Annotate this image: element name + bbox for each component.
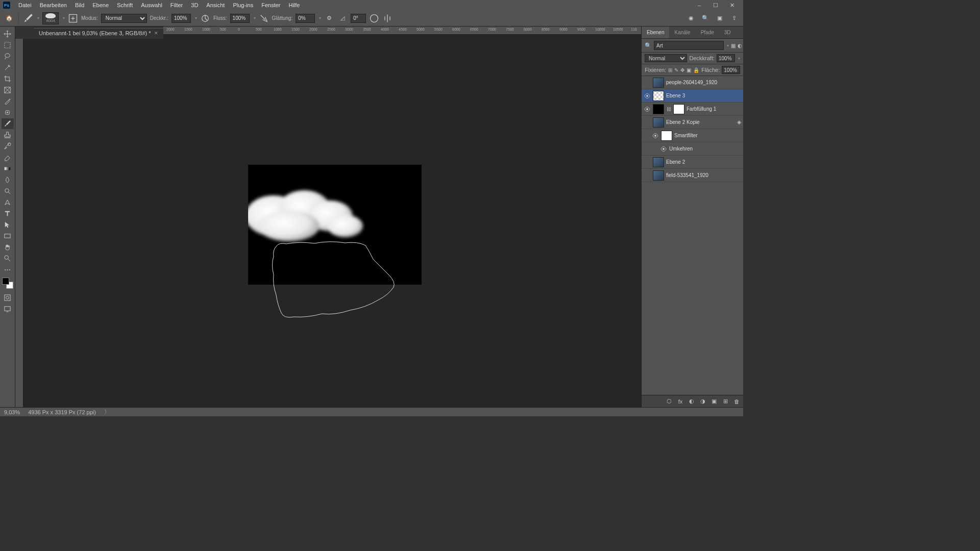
visibility-toggle[interactable] bbox=[644, 159, 651, 166]
zoom-tool[interactable] bbox=[2, 253, 14, 264]
history-brush-tool[interactable] bbox=[2, 141, 14, 152]
eyedropper-tool[interactable] bbox=[2, 96, 14, 107]
home-icon[interactable]: 🏠 bbox=[4, 13, 14, 23]
trash-icon[interactable]: 🗑 bbox=[733, 398, 740, 405]
airbrush-icon[interactable] bbox=[259, 13, 269, 23]
menu-bild[interactable]: Bild bbox=[71, 0, 88, 10]
lock-pixels-icon[interactable]: ⊞ bbox=[668, 66, 672, 74]
blend-mode-select[interactable]: Normal bbox=[101, 14, 147, 23]
layer-name[interactable]: Smartfilter bbox=[674, 133, 698, 138]
layer-thumbnail[interactable] bbox=[653, 91, 664, 101]
layer-name[interactable]: field-533541_1920 bbox=[666, 172, 708, 178]
visibility-toggle[interactable] bbox=[644, 172, 651, 179]
layer-thumbnail[interactable] bbox=[653, 170, 664, 181]
layer-row[interactable]: Ebene 3 bbox=[642, 89, 743, 103]
document-dimensions[interactable]: 4936 Px x 3319 Px (72 ppi) bbox=[28, 409, 96, 415]
visibility-toggle[interactable] bbox=[652, 132, 659, 139]
marquee-tool[interactable] bbox=[2, 40, 14, 51]
layer-row[interactable]: Ebene 2 Kopie◈ bbox=[642, 116, 743, 129]
path-select-tool[interactable] bbox=[2, 219, 14, 230]
chevron-down-icon[interactable]: ▾ bbox=[319, 16, 321, 20]
search-icon[interactable]: 🔍 bbox=[700, 13, 710, 23]
visibility-toggle[interactable] bbox=[660, 145, 667, 153]
layer-mask-thumbnail[interactable] bbox=[673, 104, 684, 114]
menu-hilfe[interactable]: Hilfe bbox=[284, 0, 304, 10]
stamp-tool[interactable] bbox=[2, 130, 14, 140]
status-caret[interactable]: 〉 bbox=[104, 408, 110, 416]
layer-name[interactable]: Ebene 2 bbox=[666, 159, 685, 165]
angle-icon[interactable]: ◿ bbox=[337, 13, 348, 23]
color-swatches[interactable] bbox=[2, 278, 13, 289]
group-icon[interactable]: ▣ bbox=[710, 398, 718, 405]
brush-tool-icon[interactable] bbox=[23, 13, 33, 23]
chevron-down-icon[interactable]: ▾ bbox=[738, 56, 740, 61]
layer-row[interactable]: Umkehren bbox=[642, 142, 743, 156]
document-tab[interactable]: Unbenannt-1 bei 9,03% (Ebene 3, RGB/8#) … bbox=[34, 28, 163, 38]
share-icon[interactable]: ⇪ bbox=[729, 13, 739, 23]
pressure-opacity-icon[interactable] bbox=[200, 13, 210, 23]
mask-icon[interactable]: ◐ bbox=[688, 398, 695, 405]
healing-tool[interactable] bbox=[2, 107, 14, 118]
crop-tool[interactable] bbox=[2, 73, 14, 84]
layer-fill-input[interactable] bbox=[722, 66, 740, 74]
layer-name[interactable]: Farbfüllung 1 bbox=[687, 106, 716, 112]
visibility-toggle[interactable] bbox=[644, 79, 651, 86]
chevron-down-icon[interactable]: ▾ bbox=[63, 16, 65, 20]
layer-name[interactable]: Umkehren bbox=[669, 146, 693, 152]
brush-tool[interactable] bbox=[2, 118, 14, 129]
chevron-down-icon[interactable]: ▾ bbox=[254, 16, 256, 20]
menu-bearbeiten[interactable]: Bearbeiten bbox=[36, 0, 71, 10]
wand-tool[interactable] bbox=[2, 62, 14, 73]
filter-adjust-icon[interactable]: ◐ bbox=[738, 41, 742, 49]
menu-plugins[interactable]: Plug-ins bbox=[229, 0, 257, 10]
tab-ebenen[interactable]: Ebenen bbox=[642, 27, 669, 38]
layer-opacity-input[interactable] bbox=[717, 54, 735, 62]
lasso-tool[interactable] bbox=[2, 51, 14, 62]
lock-move-icon[interactable]: ✥ bbox=[680, 66, 684, 74]
gear-icon[interactable]: ⚙ bbox=[324, 13, 334, 23]
eraser-tool[interactable] bbox=[2, 152, 14, 163]
zoom-level[interactable]: 9,03% bbox=[4, 409, 20, 415]
window-close[interactable]: ✕ bbox=[724, 2, 740, 9]
brush-settings-icon[interactable] bbox=[68, 13, 78, 23]
brush-preset-picker[interactable]: 4004 bbox=[42, 12, 59, 24]
layer-name[interactable]: Ebene 2 Kopie bbox=[666, 119, 700, 125]
foreground-color-swatch[interactable] bbox=[2, 278, 9, 285]
chevron-down-icon[interactable]: ▾ bbox=[37, 16, 39, 20]
chevron-down-icon[interactable]: ▾ bbox=[195, 16, 197, 20]
pen-tool[interactable] bbox=[2, 197, 14, 208]
rectangle-tool[interactable] bbox=[2, 231, 14, 241]
window-minimize[interactable]: – bbox=[691, 2, 707, 8]
visibility-toggle[interactable] bbox=[644, 106, 651, 113]
canvas-stage[interactable] bbox=[23, 35, 641, 407]
layer-name[interactable]: people-2604149_1920 bbox=[666, 80, 717, 85]
frame-tool[interactable] bbox=[2, 85, 14, 95]
screenmode-tool[interactable] bbox=[2, 304, 14, 314]
layer-thumbnail[interactable] bbox=[653, 78, 664, 88]
quickmask-tool[interactable] bbox=[2, 292, 14, 303]
link-icon[interactable]: ⛓ bbox=[666, 107, 671, 112]
chevron-down-icon[interactable]: ▾ bbox=[727, 43, 729, 48]
layer-thumbnail[interactable] bbox=[653, 117, 664, 128]
visibility-toggle[interactable] bbox=[644, 119, 651, 126]
layer-filter-input[interactable] bbox=[654, 41, 724, 50]
pressure-size-icon[interactable] bbox=[369, 13, 379, 23]
filter-image-icon[interactable]: ▦ bbox=[731, 41, 736, 49]
new-layer-icon[interactable]: ⊞ bbox=[722, 398, 729, 405]
layer-name[interactable]: Ebene 3 bbox=[666, 93, 685, 98]
close-tab-icon[interactable]: ✕ bbox=[154, 31, 158, 36]
type-tool[interactable] bbox=[2, 208, 14, 219]
symmetry-icon[interactable] bbox=[382, 13, 393, 23]
layer-row[interactable]: field-533541_1920 bbox=[642, 169, 743, 182]
tab-kanale[interactable]: Kanäle bbox=[669, 27, 695, 38]
opacity-input[interactable] bbox=[172, 14, 191, 23]
menu-schrift[interactable]: Schrift bbox=[113, 0, 137, 10]
lock-all-icon[interactable]: 🔒 bbox=[693, 66, 699, 74]
fx-icon[interactable]: fx bbox=[677, 398, 684, 405]
layer-row[interactable]: people-2604149_1920 bbox=[642, 76, 743, 89]
lock-position-icon[interactable]: ✎ bbox=[674, 66, 678, 74]
menu-auswahl[interactable]: Auswahl bbox=[137, 0, 166, 10]
move-tool[interactable] bbox=[2, 29, 14, 39]
smoothing-input[interactable] bbox=[296, 14, 315, 23]
link-layers-icon[interactable]: ⬡ bbox=[666, 398, 673, 405]
